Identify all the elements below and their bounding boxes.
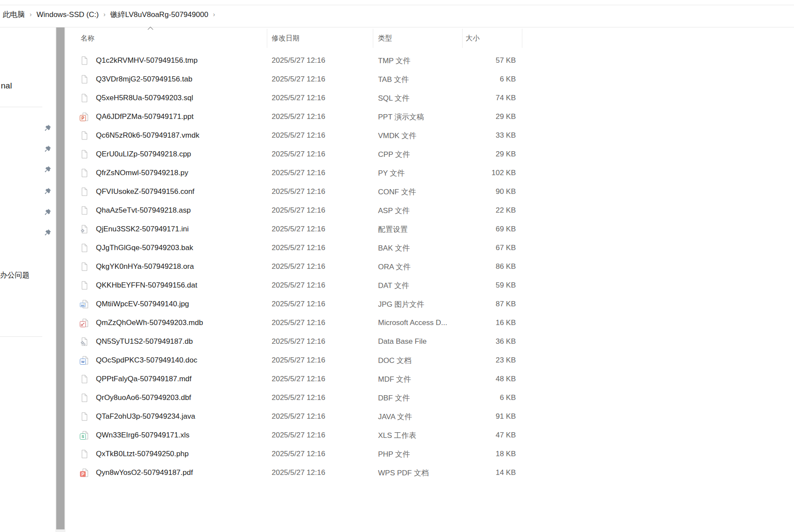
file-type: PY 文件 (378, 168, 405, 178)
breadcrumb-chevron-icon[interactable]: › (103, 11, 106, 18)
column-separator[interactable] (267, 29, 267, 48)
file-name: QTaF2ohU3p-507949234.java (96, 412, 195, 421)
file-size: 6 KB (450, 75, 516, 84)
column-separator[interactable] (373, 29, 373, 48)
file-date-modified: 2025/5/27 12:16 (272, 450, 325, 458)
file-row[interactable]: QJgThGlGqe-507949203.bak 2025/5/27 12:16… (67, 238, 531, 257)
jpg-file-icon (80, 300, 89, 308)
generic-file-icon (80, 262, 89, 271)
sort-ascending-caret-icon (147, 26, 154, 30)
file-type: DOC 文档 (378, 355, 412, 365)
column-separator[interactable] (462, 29, 463, 48)
sidebar-divider (0, 107, 42, 107)
file-row[interactable]: Qc6N5zR0k6-507949187.vmdk 2025/5/27 12:1… (67, 126, 531, 145)
sidebar-divider (0, 336, 42, 337)
file-name: QA6JDfPZMa-507949171.ppt (96, 112, 194, 121)
file-list: Q1c2kRVMHV-507949156.tmp 2025/5/27 12:16… (67, 51, 531, 482)
scrollbar-thumb[interactable] (56, 27, 65, 529)
file-type: JPG 图片文件 (378, 299, 424, 309)
file-size: 57 KB (450, 56, 516, 65)
generic-file-icon (80, 393, 89, 402)
file-row[interactable]: Q5xeH5R8Ua-507949203.sql 2025/5/27 12:16… (67, 88, 531, 107)
file-explorer-window: 此电脑›Windows-SSD (C:)›镞綷LV8uV8oaRg-507949… (0, 0, 794, 532)
file-date-modified: 2025/5/27 12:16 (272, 281, 325, 290)
file-date-modified: 2025/5/27 12:16 (272, 393, 325, 402)
generic-file-icon (80, 375, 89, 383)
file-row[interactable]: QPPtFalyQa-507949187.mdf 2025/5/27 12:16… (67, 369, 531, 388)
breadcrumb-item[interactable]: Windows-SSD (C:) (37, 10, 99, 19)
file-name: QrOy8uoAo6-507949203.dbf (96, 393, 191, 402)
file-name: QWn33EIrg6-507949171.xls (96, 431, 190, 440)
file-date-modified: 2025/5/27 12:16 (272, 319, 325, 327)
file-size: 18 KB (450, 450, 516, 458)
file-type: PHP 文件 (378, 449, 410, 459)
file-type: XLS 工作表 (378, 430, 416, 440)
file-name: QPPtFalyQa-507949187.mdf (96, 375, 191, 383)
file-row[interactable]: Q1c2kRVMHV-507949156.tmp 2025/5/27 12:16… (67, 51, 531, 70)
breadcrumb-item[interactable]: 镞綷LV8uV8oaRg-507949000 (110, 10, 208, 20)
file-date-modified: 2025/5/27 12:16 (272, 262, 325, 271)
file-row[interactable]: QmZzQhOeWh-507949203.mdb 2025/5/27 12:16… (67, 313, 531, 332)
generic-file-icon (80, 150, 89, 159)
file-type: ASP 文件 (378, 205, 409, 215)
pin-icon (44, 208, 51, 216)
file-name: Q1c2kRVMHV-507949156.tmp (96, 56, 198, 65)
file-row[interactable]: Q3VDr8mjG2-507949156.tab 2025/5/27 12:16… (67, 70, 531, 88)
file-type: Microsoft Access D... (378, 319, 447, 327)
file-size: 33 KB (450, 131, 516, 140)
file-type: JAVA 文件 (378, 411, 412, 421)
file-row[interactable]: QFVIUsokeZ-507949156.conf 2025/5/27 12:1… (67, 182, 531, 201)
column-header-name[interactable]: 名称 (81, 34, 95, 43)
file-row[interactable]: P Qyn8wYosO2-507949187.pdf 2025/5/27 12:… (67, 463, 531, 482)
generic-file-icon (80, 131, 89, 140)
file-row[interactable]: QfrZsNOmwl-507949218.py 2025/5/27 12:16 … (67, 163, 531, 182)
generic-file-icon (80, 281, 89, 290)
breadcrumb-item[interactable]: 此电脑 (3, 10, 25, 20)
column-header-type[interactable]: 类型 (378, 34, 392, 43)
file-row[interactable]: W QOcSpdPKC3-507949140.doc 2025/5/27 12:… (67, 351, 531, 369)
file-type: WPS PDF 文档 (378, 468, 429, 478)
file-name: QxTkB0Ltzt-507949250.php (96, 450, 189, 458)
breadcrumb-chevron-icon[interactable]: › (213, 11, 215, 18)
file-date-modified: 2025/5/27 12:16 (272, 337, 325, 346)
column-separator[interactable] (522, 29, 522, 48)
file-size: 74 KB (450, 94, 516, 102)
file-date-modified: 2025/5/27 12:16 (272, 94, 325, 102)
doc-file-icon: W (80, 356, 89, 365)
file-row[interactable]: QhaAz5eTvt-507949218.asp 2025/5/27 12:16… (67, 201, 531, 220)
generic-file-icon (80, 206, 89, 215)
generic-file-icon (80, 169, 89, 177)
file-row[interactable]: QrOy8uoAo6-507949203.dbf 2025/5/27 12:16… (67, 388, 531, 407)
file-row[interactable]: QN5SyTU1S2-507949187.db 2025/5/27 12:16 … (67, 332, 531, 351)
svg-text:P: P (82, 471, 85, 476)
file-type: CPP 文件 (378, 149, 410, 159)
file-type: Data Base File (378, 337, 427, 346)
file-size: 86 KB (450, 262, 516, 271)
ppt-file-icon: P (80, 112, 89, 121)
file-row[interactable]: QxTkB0Ltzt-507949250.php 2025/5/27 12:16… (67, 444, 531, 463)
file-type: TAB 文件 (378, 74, 409, 84)
sidebar-item-truncated-top[interactable]: nal (1, 81, 12, 91)
file-row[interactable]: P QA6JDfPZMa-507949171.ppt 2025/5/27 12:… (67, 107, 531, 126)
sidebar-item-office-issues[interactable]: 办公问题 (0, 270, 30, 280)
file-date-modified: 2025/5/27 12:16 (272, 431, 325, 440)
file-row[interactable]: QkgYK0nHYa-507949218.ora 2025/5/27 12:16… (67, 257, 531, 276)
file-row[interactable]: QTaF2ohU3p-507949234.java 2025/5/27 12:1… (67, 407, 531, 426)
breadcrumb: 此电脑›Windows-SSD (C:)›镞綷LV8uV8oaRg-507949… (3, 10, 215, 20)
svg-text:P: P (82, 115, 85, 120)
file-row[interactable]: QErU0uLIZp-507949218.cpp 2025/5/27 12:16… (67, 145, 531, 163)
svg-text:S: S (82, 434, 84, 439)
file-size: 69 KB (450, 225, 516, 234)
column-header-size[interactable]: 大小 (466, 34, 480, 43)
file-row[interactable]: S QWn33EIrg6-507949171.xls 2025/5/27 12:… (67, 426, 531, 444)
file-name: QhaAz5eTvt-507949218.asp (96, 206, 191, 215)
file-row[interactable]: QMtiiWpcEV-507949140.jpg 2025/5/27 12:16… (67, 295, 531, 313)
breadcrumb-chevron-icon[interactable]: › (30, 11, 32, 18)
file-row[interactable]: QjEnu3SSK2-507949171.ini 2025/5/27 12:16… (67, 220, 531, 238)
file-type: CONF 文件 (378, 186, 416, 197)
generic-file-icon (80, 75, 89, 84)
column-header-date-modified[interactable]: 修改日期 (272, 34, 300, 43)
file-row[interactable]: QKKHbEYFFN-507949156.dat 2025/5/27 12:16… (67, 276, 531, 295)
svg-text:W: W (81, 359, 85, 363)
file-name: QkgYK0nHYa-507949218.ora (96, 262, 194, 271)
